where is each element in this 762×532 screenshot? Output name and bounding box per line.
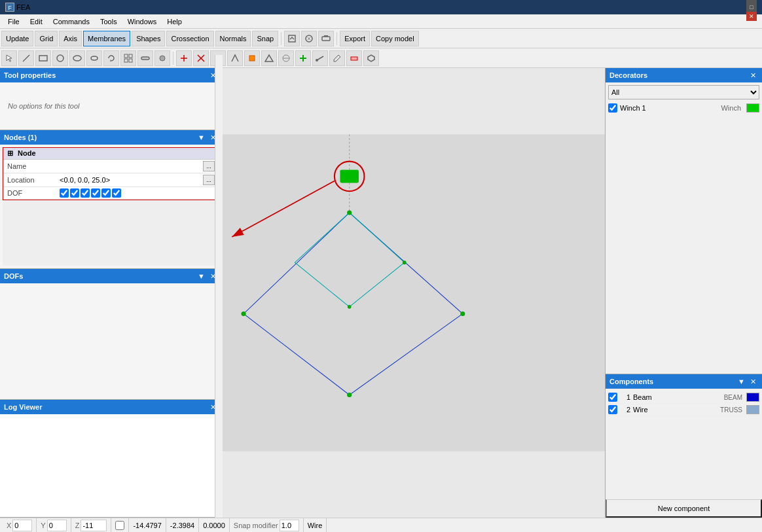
- copy-model-button[interactable]: Copy model: [371, 31, 419, 46]
- rotate-tool[interactable]: [103, 50, 119, 66]
- component-item-wire: 2 Wire TRUSS: [608, 404, 759, 416]
- wave-tool[interactable]: [278, 50, 294, 66]
- decorators-header: Decorators ✕: [606, 68, 762, 82]
- tool-end[interactable]: [363, 50, 379, 66]
- right-panel: Decorators ✕ All Winch 1 Winch: [605, 68, 762, 518]
- menu-edit[interactable]: Edit: [25, 16, 48, 27]
- decorator-color-winch1: [746, 103, 759, 113]
- decorator-check-winch1[interactable]: [608, 103, 617, 113]
- component-color-wire: [746, 405, 759, 414]
- icon-btn-1[interactable]: [284, 31, 300, 46]
- icon-btn-2[interactable]: [301, 31, 317, 46]
- shapes-button[interactable]: Shapes: [132, 31, 165, 46]
- circle-tool[interactable]: [52, 50, 68, 66]
- export-button[interactable]: Export: [340, 31, 370, 46]
- y-input[interactable]: [47, 520, 67, 531]
- line-tool[interactable]: [18, 50, 34, 66]
- orange-tool[interactable]: [244, 50, 260, 66]
- canvas-svg: [223, 68, 605, 518]
- titlebar-title: F FEA: [5, 3, 30, 12]
- update-button[interactable]: Update: [1, 31, 33, 46]
- node-center[interactable]: [348, 305, 352, 309]
- svg-rect-29: [223, 134, 605, 451]
- maximize-button[interactable]: □: [746, 3, 757, 12]
- name-input[interactable]: [60, 162, 203, 170]
- menu-windows[interactable]: Windows: [122, 16, 162, 27]
- erase-tool[interactable]: [346, 50, 362, 66]
- nodes-dropdown-btn[interactable]: ▼: [196, 133, 207, 142]
- node-group-label: ⊞ Node: [3, 148, 219, 160]
- tool5[interactable]: [86, 50, 102, 66]
- decorators-title: Decorators: [609, 71, 647, 79]
- menu-tools[interactable]: Tools: [95, 16, 122, 27]
- select-tool[interactable]: [1, 50, 17, 66]
- canvas-area[interactable]: [223, 68, 605, 518]
- edit-tool[interactable]: [329, 50, 345, 66]
- name-dots-btn[interactable]: ...: [203, 161, 215, 171]
- log-viewer-title: Log Viewer: [4, 403, 42, 411]
- component-check-beam[interactable]: [608, 393, 617, 402]
- components-dropdown-btn[interactable]: ▼: [736, 378, 747, 386]
- ellipse-tool[interactable]: [69, 50, 85, 66]
- node-left[interactable]: [241, 311, 245, 316]
- close-button[interactable]: ✕: [746, 12, 757, 21]
- y-label: Y: [41, 522, 45, 529]
- normals-button[interactable]: Normals: [215, 31, 251, 46]
- membranes-button[interactable]: Membranes: [83, 31, 130, 46]
- component-name-beam: Beam: [633, 393, 721, 401]
- log-viewer-content[interactable]: [0, 414, 222, 517]
- dof-check-6[interactable]: [112, 188, 121, 198]
- titlebar-controls: ─ □ ✕: [746, 0, 757, 21]
- plus-tool[interactable]: [295, 50, 311, 66]
- svg-point-26: [316, 59, 318, 62]
- node-top[interactable]: [347, 210, 352, 215]
- dof-check-3[interactable]: [81, 188, 90, 198]
- angle-tool[interactable]: [227, 50, 243, 66]
- node-tool[interactable]: [154, 50, 170, 66]
- location-dots-btn[interactable]: ...: [203, 175, 215, 185]
- snap-modifier-input[interactable]: [280, 520, 299, 531]
- menu-help[interactable]: Help: [162, 16, 187, 27]
- component-check-wire[interactable]: [608, 405, 617, 414]
- grid-tool[interactable]: [120, 50, 136, 66]
- snap-button[interactable]: Snap: [252, 31, 278, 46]
- menu-commands[interactable]: Commands: [48, 16, 95, 27]
- node-upper-right[interactable]: [403, 260, 407, 264]
- svg-marker-20: [265, 55, 273, 62]
- x-input[interactable]: [12, 520, 32, 531]
- icon-btn-3[interactable]: [318, 31, 334, 46]
- components-title: Components: [609, 378, 653, 385]
- dofs-dropdown-btn[interactable]: ▼: [196, 272, 207, 281]
- components-close-btn[interactable]: ✕: [748, 378, 758, 386]
- measure-tool[interactable]: [312, 50, 328, 66]
- node-right[interactable]: [460, 311, 465, 316]
- svg-point-13: [160, 56, 165, 61]
- tri-tool[interactable]: [261, 50, 277, 66]
- decorators-close-btn[interactable]: ✕: [748, 71, 758, 80]
- menu-file[interactable]: File: [3, 16, 25, 27]
- dof-check-5[interactable]: [101, 188, 111, 198]
- dof-check-4[interactable]: [91, 188, 100, 198]
- left-scrollbar[interactable]: [215, 55, 223, 518]
- status-checkbox[interactable]: [115, 521, 124, 530]
- cross-tool[interactable]: [176, 50, 192, 66]
- new-component-button[interactable]: New component: [606, 499, 762, 518]
- snap-modifier-item: Snap modifier: [230, 518, 304, 532]
- x-tool[interactable]: [193, 50, 209, 66]
- wire-label: Wire: [308, 522, 323, 529]
- nodes-properties-table: ⊞ Node Name ...: [3, 148, 219, 200]
- z-input[interactable]: [81, 520, 107, 531]
- axis-button[interactable]: Axis: [59, 31, 82, 46]
- pipe-tool[interactable]: [137, 50, 153, 66]
- dof-check-1[interactable]: [60, 188, 69, 198]
- dof-check-2[interactable]: [70, 188, 79, 198]
- decorators-filter-select[interactable]: All: [608, 85, 759, 99]
- grid-button[interactable]: Grid: [35, 31, 58, 46]
- node-bottom[interactable]: [347, 393, 352, 397]
- dofs-panel-title: DOFs: [4, 272, 23, 280]
- rect-tool[interactable]: [35, 50, 51, 66]
- snap-modifier-label: Snap modifier: [234, 522, 278, 529]
- crossection-button[interactable]: Crossection: [166, 31, 213, 46]
- no-options-text: No options for this tool: [8, 102, 79, 110]
- coord2-item: -2.3984: [166, 518, 199, 532]
